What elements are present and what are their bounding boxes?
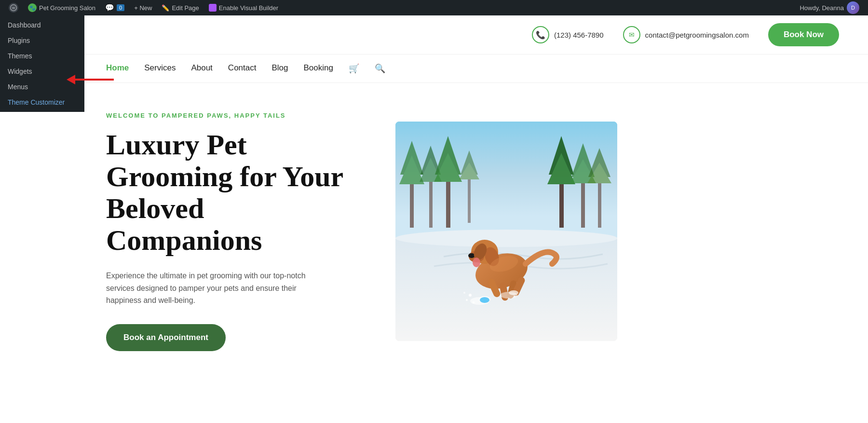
- new-item[interactable]: + New: [129, 0, 157, 15]
- adminbar-right: Howdy, Deanna D: [795, 0, 864, 15]
- svg-point-49: [480, 297, 489, 303]
- divi-icon: [209, 4, 217, 12]
- new-label: + New: [134, 4, 152, 12]
- book-now-button[interactable]: Book Now: [768, 23, 839, 46]
- site-header: 📞 (123) 456-7890 ✉ contact@petgroomingsa…: [0, 15, 868, 55]
- comment-count: 0: [117, 4, 124, 11]
- arrow-line: [75, 79, 114, 81]
- hero-image: [395, 122, 617, 341]
- email-address: contact@petgroomingsalon.com: [645, 31, 749, 39]
- nav-about[interactable]: About: [191, 63, 212, 74]
- phone-number: (123) 456-7890: [554, 31, 604, 39]
- svg-point-45: [466, 299, 468, 301]
- edit-page-item[interactable]: ✏️ Edit Page: [157, 0, 203, 15]
- avatar: D: [847, 1, 859, 14]
- nav-home[interactable]: Home: [106, 63, 129, 74]
- comments-item[interactable]: 💬 0: [100, 0, 129, 15]
- email-contact: ✉ contact@petgroomingsalon.com: [623, 26, 749, 43]
- site-navigation: Home Services About Contact Blog Booking…: [0, 55, 868, 83]
- email-icon: ✉: [623, 26, 640, 43]
- visual-builder-label: Enable Visual Builder: [219, 4, 278, 12]
- phone-contact: 📞 (123) 456-7890: [532, 26, 604, 43]
- nav-blog[interactable]: Blog: [271, 63, 288, 74]
- wp-logo[interactable]: W: [4, 0, 23, 15]
- site-name-label: Pet Grooming Salon: [39, 4, 95, 12]
- hero-section: WELCOME TO PAMPERED PAWS, HAPPY TAILS Lu…: [0, 83, 868, 380]
- dropdown-plugins[interactable]: Plugins: [0, 33, 84, 48]
- hero-content: WELCOME TO PAMPERED PAWS, HAPPY TAILS Lu…: [106, 112, 366, 351]
- search-icon[interactable]: 🔍: [375, 63, 385, 74]
- svg-point-26: [395, 230, 617, 247]
- svg-point-47: [463, 292, 465, 294]
- hero-subtitle: WELCOME TO PAMPERED PAWS, HAPPY TAILS: [106, 112, 366, 119]
- visual-builder-item[interactable]: Enable Visual Builder: [204, 0, 283, 15]
- hero-title: Luxury Pet Grooming for Your Beloved Com…: [106, 129, 366, 256]
- book-appointment-button[interactable]: Book an Appointment: [106, 324, 226, 351]
- site-wrapper: 📞 (123) 456-7890 ✉ contact@petgroomingsa…: [0, 15, 868, 423]
- edit-page-label: Edit Page: [172, 4, 199, 12]
- nav-contact[interactable]: Contact: [228, 63, 257, 74]
- dropdown-themes[interactable]: Themes: [0, 48, 84, 64]
- site-icon: 🐾: [28, 3, 37, 12]
- nav-booking[interactable]: Booking: [303, 63, 333, 74]
- wp-icon: W: [9, 3, 18, 13]
- howdy-item[interactable]: Howdy, Deanna D: [795, 0, 864, 15]
- dropdown-theme-customizer[interactable]: Theme Customizer: [0, 95, 84, 110]
- howdy-label: Howdy, Deanna: [800, 4, 844, 12]
- svg-text:W: W: [12, 6, 15, 10]
- site-name-item[interactable]: 🐾 Pet Grooming Salon: [23, 0, 100, 15]
- cart-icon[interactable]: 🛒: [349, 63, 359, 74]
- hero-description: Experience the ultimate in pet grooming …: [106, 270, 333, 307]
- red-arrow-indicator: [68, 75, 114, 84]
- dropdown-dashboard[interactable]: Dashboard: [0, 17, 84, 33]
- phone-icon: 📞: [532, 26, 549, 43]
- svg-point-46: [473, 301, 475, 304]
- hero-image-placeholder: [395, 122, 617, 341]
- svg-point-35: [473, 258, 480, 267]
- svg-point-44: [469, 294, 472, 297]
- admin-bar: W 🐾 Pet Grooming Salon 💬 0 + New ✏️ Edit…: [0, 0, 868, 15]
- nav-services[interactable]: Services: [144, 63, 176, 74]
- dropdown-menu: Dashboard Plugins Themes Widgets Menus T…: [0, 15, 84, 112]
- svg-point-43: [500, 292, 517, 299]
- contact-info: 📞 (123) 456-7890 ✉ contact@petgroomingsa…: [532, 26, 749, 43]
- arrow-head: [67, 75, 75, 84]
